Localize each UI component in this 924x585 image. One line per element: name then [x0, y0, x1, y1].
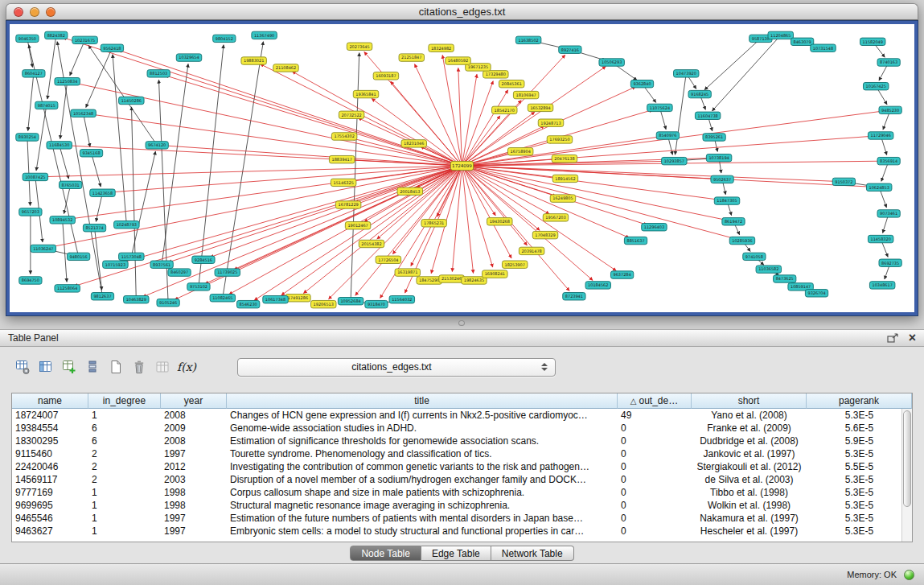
graph-node[interactable]: 9804152	[213, 35, 236, 42]
graph-node[interactable]: 8927416	[559, 46, 581, 53]
graph-node[interactable]: 11423658	[90, 189, 115, 196]
graph-node[interactable]: 16319871	[395, 269, 420, 276]
graph-node[interactable]: 9480156	[67, 253, 89, 260]
graph-node[interactable]: 9741058	[743, 253, 766, 260]
graph-node[interactable]: 10731548	[811, 44, 836, 51]
table-scrollbar[interactable]	[901, 409, 912, 542]
graph-node[interactable]: 10624853	[866, 183, 891, 191]
graph-node[interactable]: 10562348	[71, 109, 96, 117]
graph-node[interactable]: 19567203	[543, 214, 568, 221]
network-canvas[interactable]: 18324982 21251847 16093187 19365841 2073…	[10, 24, 914, 312]
graph-node[interactable]: 8930254	[16, 134, 39, 141]
graph-node[interactable]: 8937561	[150, 261, 173, 268]
select-rows-button[interactable]	[81, 356, 103, 377]
graph-node[interactable]: 8463079	[791, 38, 813, 45]
table-row[interactable]: 2242004622012Investigating the contribut…	[12, 460, 912, 473]
graph-node[interactable]: 16758904	[507, 148, 532, 155]
graph-node[interactable]: 10506293	[599, 59, 624, 66]
graph-node[interactable]: 20476138	[552, 154, 577, 162]
graph-node[interactable]: 9073461	[877, 210, 900, 217]
graph-node[interactable]: 19365841	[353, 90, 378, 97]
graph-node[interactable]: 16093187	[373, 72, 398, 80]
graph-node[interactable]: 19883021	[241, 57, 266, 64]
window-titlebar[interactable]: citations_edges.txt	[6, 3, 918, 20]
graph-node[interactable]: 8521374	[83, 225, 105, 232]
graph-node[interactable]: 11450286	[119, 97, 144, 104]
graph-node[interactable]: 10617348	[263, 296, 288, 303]
table-row[interactable]: 1456911722003Disruption of a novel membe…	[12, 473, 912, 486]
graph-node[interactable]: 16781229	[335, 201, 360, 208]
column-header-name[interactable]: name	[12, 393, 88, 409]
graph-node[interactable]: 10738194	[706, 154, 731, 161]
graph-node[interactable]: 8540976	[656, 132, 679, 139]
graph-node[interactable]: 8546230	[237, 300, 260, 307]
graph-node[interactable]: 20732522	[339, 111, 363, 118]
graph-node[interactable]: 11458320	[868, 235, 893, 242]
graph-node[interactable]: 17726504	[376, 256, 400, 263]
graph-node[interactable]: 16532894	[528, 104, 552, 111]
graph-node[interactable]: 8395261	[703, 134, 725, 141]
table-row[interactable]: 1830029562008Estimation of significance …	[12, 435, 912, 447]
graph-node[interactable]: 11258064	[55, 285, 80, 292]
graph-node[interactable]: 10894532	[50, 216, 75, 224]
graph-node[interactable]: 10463829	[124, 296, 149, 303]
graph-node[interactable]: 11082465	[210, 295, 235, 302]
graph-node[interactable]: 9345168	[80, 150, 102, 157]
graph-node[interactable]: 9562418	[101, 44, 123, 51]
panel-resize-handle[interactable]	[458, 320, 465, 326]
graph-node[interactable]: 8473625	[774, 275, 796, 282]
function-builder-button[interactable]: f(x)	[175, 356, 199, 377]
graph-node[interactable]: 11729046	[868, 132, 893, 139]
graph-node[interactable]: 11582049	[860, 38, 885, 45]
graph-node[interactable]: 8356914	[877, 157, 900, 164]
column-header-title[interactable]: title	[227, 393, 618, 409]
graph-node[interactable]: 8694750	[19, 277, 42, 284]
graph-node[interactable]: 17048329	[532, 231, 557, 238]
graph-node[interactable]: 11739025	[215, 269, 240, 276]
graph-node[interactable]: 15146325	[331, 179, 355, 186]
graph-node[interactable]: 19012467	[345, 222, 370, 229]
graph-node[interactable]: 10348617	[869, 282, 894, 289]
column-header-in-degree[interactable]: in_degree	[88, 393, 161, 409]
graph-node[interactable]: 18324982	[429, 44, 454, 51]
graph-node[interactable]: 10715923	[103, 261, 128, 268]
minimize-window-button[interactable]	[30, 7, 39, 17]
graph-node[interactable]: 9874015	[35, 101, 58, 109]
graph-node[interactable]: 11296403	[642, 224, 667, 231]
graph-node[interactable]: 8740163	[877, 59, 900, 66]
graph-node[interactable]: 17865231	[421, 220, 446, 227]
graph-node[interactable]: 9812637	[91, 293, 113, 300]
graph-node[interactable]: 19430268	[487, 218, 512, 225]
graph-node[interactable]: 9105246	[157, 299, 179, 306]
graph-node[interactable]: 17329480	[483, 71, 508, 78]
graph-node[interactable]: 9318470	[365, 300, 388, 307]
graph-node[interactable]: 17693250	[547, 136, 572, 143]
table-row[interactable]: 1872400712008Changes of HCN gene express…	[12, 409, 912, 422]
graph-node[interactable]: 9753102	[187, 283, 210, 290]
tab-network-table[interactable]: Network Table	[491, 546, 574, 561]
select-columns-button[interactable]	[35, 356, 56, 377]
graph-node[interactable]: 11204865	[768, 31, 793, 39]
graph-node[interactable]: 11250834	[55, 78, 80, 85]
graph-node[interactable]: 8460297	[168, 269, 191, 276]
graph-node[interactable]: 9485230	[879, 106, 901, 113]
graph-node[interactable]: 18914562	[552, 175, 577, 182]
graph-node[interactable]: 11847305	[714, 197, 739, 204]
graph-node[interactable]: 16908241	[483, 270, 507, 278]
graph-node[interactable]: 8604127	[23, 70, 45, 77]
graph-node[interactable]: 8765031	[60, 181, 82, 188]
graph-node[interactable]: 17491286	[285, 295, 310, 302]
delete-table-button[interactable]	[128, 356, 150, 377]
table-row[interactable]: 1938455462009Genome-wide association stu…	[12, 422, 912, 435]
column-header-pagerank[interactable]: pagerank	[807, 393, 912, 409]
graph-node[interactable]: 10473920	[674, 70, 699, 77]
graph-node[interactable]: 11036247	[31, 245, 55, 252]
table-row[interactable]: 911546021997Tourette syndrome. Phenomeno…	[12, 447, 912, 460]
table-row[interactable]: 946554611997Estimation of the future num…	[12, 512, 912, 525]
graph-node[interactable]: 17554302	[331, 133, 356, 140]
graph-node[interactable]: 21251847	[399, 54, 424, 61]
close-panel-icon[interactable]: ×	[909, 332, 916, 344]
graph-node[interactable]: 11638502	[515, 36, 540, 43]
tab-node-table[interactable]: Node Table	[350, 546, 421, 561]
graph-node[interactable]: 10248793	[114, 221, 139, 229]
